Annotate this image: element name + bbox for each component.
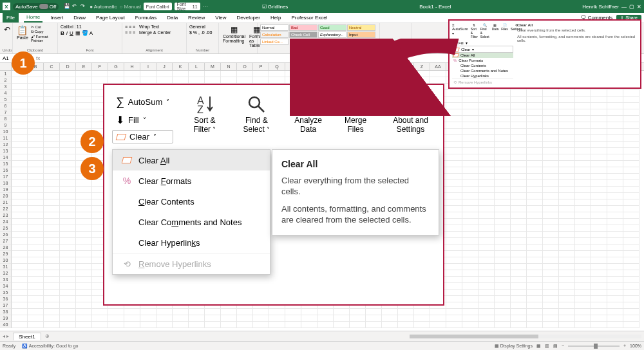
cell[interactable] — [495, 232, 511, 238]
row-header[interactable]: 37 — [0, 302, 12, 309]
cell[interactable] — [28, 148, 44, 154]
cell[interactable] — [382, 309, 398, 315]
row-header[interactable]: 33 — [0, 277, 12, 283]
cell[interactable] — [495, 154, 511, 161]
cell[interactable] — [446, 212, 462, 219]
cell[interactable] — [44, 109, 60, 116]
cell[interactable] — [76, 206, 92, 212]
autosave-toggle[interactable]: AutoSave Off — [13, 3, 59, 10]
cell[interactable] — [28, 142, 44, 148]
conditional-formatting-button[interactable]: ▦Conditional Formatting — [222, 24, 247, 52]
cell[interactable] — [511, 309, 527, 315]
cell[interactable] — [478, 199, 495, 206]
cell[interactable] — [60, 199, 76, 206]
cell[interactable] — [301, 309, 317, 315]
cell[interactable] — [462, 135, 478, 142]
cell[interactable] — [559, 238, 575, 244]
cell[interactable] — [478, 219, 495, 225]
cell[interactable] — [511, 116, 527, 122]
cell[interactable] — [607, 193, 623, 199]
style-neutral[interactable]: Neutral — [347, 24, 375, 31]
cell[interactable] — [543, 302, 559, 309]
cell[interactable] — [511, 129, 527, 135]
cell[interactable] — [495, 206, 511, 212]
cell[interactable] — [430, 315, 446, 322]
cell[interactable] — [44, 251, 60, 257]
cell[interactable] — [575, 187, 591, 193]
cell[interactable] — [591, 219, 607, 225]
cell[interactable] — [623, 90, 639, 97]
cell[interactable] — [511, 296, 527, 302]
cell[interactable] — [559, 193, 575, 199]
cell[interactable] — [575, 116, 591, 122]
cell[interactable] — [607, 180, 623, 187]
font-size-combo[interactable]: Font Size 11 — [175, 3, 200, 10]
column-header[interactable]: I — [140, 63, 156, 70]
cell[interactable] — [28, 109, 44, 116]
cell[interactable] — [366, 322, 382, 328]
cell[interactable] — [511, 212, 527, 219]
cell[interactable] — [511, 219, 527, 225]
cell[interactable] — [607, 264, 623, 270]
cell[interactable] — [334, 315, 350, 322]
cell[interactable] — [28, 244, 44, 251]
sort-filter-button[interactable]: AZ Sort & Filter ˅ — [186, 94, 223, 134]
cell[interactable] — [221, 77, 237, 84]
cell[interactable] — [478, 206, 495, 212]
cell[interactable] — [269, 322, 285, 328]
cell[interactable] — [462, 142, 478, 148]
cell[interactable] — [28, 161, 44, 167]
cell[interactable] — [559, 290, 575, 296]
cell[interactable] — [527, 290, 543, 296]
cell[interactable] — [495, 109, 511, 116]
cell[interactable] — [124, 309, 140, 315]
cell[interactable] — [446, 154, 462, 161]
row-header[interactable]: 18 — [0, 180, 12, 187]
cell[interactable] — [511, 283, 527, 290]
cell[interactable] — [591, 116, 607, 122]
sheet-nav-icon[interactable]: ◂ ▸ — [3, 333, 9, 339]
cell[interactable] — [575, 212, 591, 219]
row-header[interactable]: 2 — [0, 77, 12, 84]
cell[interactable] — [607, 161, 623, 167]
cell[interactable] — [28, 174, 44, 180]
style-good[interactable]: Good — [318, 24, 346, 31]
cell[interactable] — [140, 309, 156, 315]
cell[interactable] — [398, 322, 414, 328]
cell[interactable] — [44, 212, 60, 219]
cell[interactable] — [317, 309, 334, 315]
column-header[interactable]: M — [205, 63, 221, 70]
cell[interactable] — [446, 270, 462, 277]
cell[interactable] — [478, 103, 495, 109]
tab-professor-excel[interactable]: Professor Excel — [289, 14, 330, 22]
cell[interactable] — [511, 251, 527, 257]
cell[interactable] — [60, 277, 76, 283]
row-header[interactable]: 13 — [0, 148, 12, 154]
cell[interactable] — [607, 116, 623, 122]
cell[interactable] — [350, 322, 366, 328]
cell[interactable] — [430, 322, 446, 328]
cell[interactable] — [173, 322, 189, 328]
cell[interactable] — [607, 174, 623, 180]
cell[interactable] — [623, 167, 639, 174]
cell[interactable] — [60, 302, 76, 309]
cell[interactable] — [12, 212, 28, 219]
calc-auto[interactable]: ● Automatic — [90, 4, 117, 10]
cell[interactable] — [478, 309, 495, 315]
cell[interactable] — [623, 232, 639, 238]
cell[interactable] — [527, 206, 543, 212]
cell[interactable] — [446, 135, 462, 142]
cell[interactable] — [543, 154, 559, 161]
cell[interactable] — [76, 122, 92, 129]
cell[interactable] — [76, 315, 92, 322]
cell[interactable] — [623, 187, 639, 193]
cell[interactable] — [559, 232, 575, 238]
cell[interactable] — [44, 238, 60, 244]
cell[interactable] — [527, 129, 543, 135]
cell[interactable] — [173, 309, 189, 315]
cell[interactable] — [543, 148, 559, 154]
cell[interactable] — [462, 302, 478, 309]
tab-file[interactable]: File — [3, 13, 19, 23]
cell[interactable] — [12, 302, 28, 309]
menu-clear-contents[interactable]: Clear Contents — [113, 191, 270, 212]
